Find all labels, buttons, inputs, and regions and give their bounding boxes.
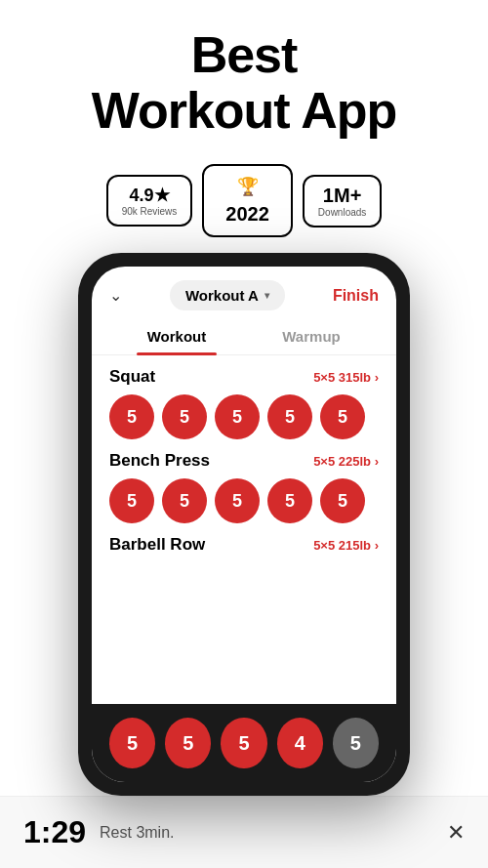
- phone-mockup: ⌄ Workout A ▾ Finish Workout Warmup Squa…: [78, 253, 410, 796]
- set-circle[interactable]: 5: [215, 478, 260, 523]
- badge-rating: 4.9★ 90k Reviews: [106, 175, 193, 227]
- set-circle[interactable]: 5: [162, 394, 207, 439]
- rating-reviews: 90k Reviews: [122, 206, 178, 217]
- bottom-set-circle-1[interactable]: 5: [109, 718, 155, 768]
- selector-chevron-icon: ▾: [264, 290, 269, 301]
- timer-left: 1:29 Rest 3min.: [23, 814, 175, 850]
- bottom-set-circle-3[interactable]: 5: [221, 718, 266, 768]
- rating-score: 4.9★: [129, 185, 169, 206]
- badges-row: 4.9★ 90k Reviews 🏆 2022 1M+ Downloads: [87, 154, 402, 253]
- chevron-down-icon[interactable]: ⌄: [109, 286, 122, 305]
- rest-timer: 1:29 Rest 3min. ✕: [0, 796, 488, 868]
- exercise-meta-barbellrow[interactable]: 5×5 215lb ›: [313, 538, 379, 553]
- set-circle[interactable]: 5: [109, 478, 154, 523]
- set-circle[interactable]: 5: [267, 478, 312, 523]
- set-circle[interactable]: 5: [215, 394, 260, 439]
- app-title: Best Workout App: [29, 27, 459, 139]
- exercise-meta-squat[interactable]: 5×5 315lb ›: [313, 370, 379, 385]
- tab-workout[interactable]: Workout: [109, 318, 244, 354]
- exercise-row-barbellrow: Barbell Row 5×5 215lb ›: [109, 535, 379, 555]
- set-circle[interactable]: 5: [267, 394, 312, 439]
- timer-time: 1:29: [23, 814, 86, 850]
- timer-label: Rest 3min.: [100, 824, 174, 842]
- phone-screen: ⌄ Workout A ▾ Finish Workout Warmup Squa…: [92, 267, 396, 782]
- badge-downloads: 1M+ Downloads: [303, 175, 382, 227]
- tabs-bar: Workout Warmup: [92, 318, 396, 355]
- bottom-sets-bar: 5 5 5 4 5: [92, 704, 396, 782]
- workout-selector[interactable]: Workout A ▾: [170, 280, 285, 310]
- badge-award: 🏆 2022: [202, 164, 293, 237]
- downloads-count: 1M+: [323, 185, 361, 207]
- exercise-section: Squat 5×5 315lb › 5 5 5 5 5 Bench Press …: [92, 361, 396, 704]
- set-circle[interactable]: 5: [162, 478, 207, 523]
- bottom-set-circle-2[interactable]: 5: [165, 718, 211, 768]
- workout-selector-label: Workout A: [185, 287, 259, 304]
- tab-warmup[interactable]: Warmup: [244, 318, 379, 354]
- exercise-name-squat: Squat: [109, 367, 155, 387]
- downloads-label: Downloads: [318, 207, 366, 218]
- exercise-row-benchpress: Bench Press 5×5 225lb ›: [109, 451, 379, 471]
- timer-close-button[interactable]: ✕: [447, 820, 465, 846]
- award-year: 2022: [225, 203, 269, 226]
- header-section: Best Workout App: [0, 0, 488, 154]
- exercise-name-benchpress: Bench Press: [109, 451, 210, 471]
- exercise-row-squat: Squat 5×5 315lb ›: [109, 367, 379, 387]
- app-bar: ⌄ Workout A ▾ Finish: [92, 267, 396, 318]
- finish-button[interactable]: Finish: [333, 287, 379, 305]
- set-circle[interactable]: 5: [109, 394, 154, 439]
- set-circle[interactable]: 5: [320, 394, 365, 439]
- sets-row-squat: 5 5 5 5 5: [109, 394, 379, 439]
- trophy-icon: 🏆: [237, 176, 259, 197]
- exercise-meta-benchpress[interactable]: 5×5 225lb ›: [313, 454, 379, 469]
- rating-stars: 4.9★: [129, 185, 169, 206]
- exercise-name-barbellrow: Barbell Row: [109, 535, 205, 555]
- sets-row-benchpress: 5 5 5 5 5: [109, 478, 379, 523]
- bottom-set-circle-4[interactable]: 4: [277, 718, 323, 768]
- set-circle[interactable]: 5: [320, 478, 365, 523]
- bottom-set-circle-5[interactable]: 5: [333, 718, 379, 768]
